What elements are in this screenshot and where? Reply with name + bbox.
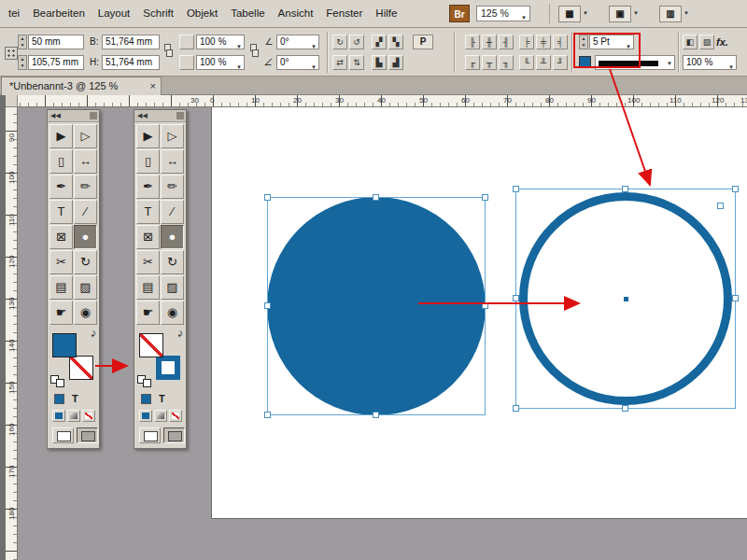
formatting-affects-container-icon[interactable] [54,394,64,404]
selection-handle[interactable] [482,194,488,201]
normal-view-button[interactable] [52,427,74,443]
gap-tool-icon[interactable]: ↔ [161,149,184,174]
align-vertical-centers-icon[interactable]: ╥ [482,55,497,70]
rotate-90-cw-icon[interactable]: ↻ [332,35,347,49]
x-position-stepper[interactable] [18,35,27,49]
fill-swatch[interactable] [52,333,77,357]
stroke-weight-select[interactable]: 5 Pt [589,35,634,49]
stroke-weight-stepper[interactable] [579,35,588,49]
swap-fill-stroke-icon[interactable] [88,330,97,338]
selection-tool-icon[interactable]: ▶ [49,124,73,148]
selection-handle[interactable] [513,405,519,412]
selection-handle[interactable] [732,295,739,301]
stroke-style-select[interactable] [595,55,675,70]
flip-horizontal-icon[interactable]: ⇄ [332,55,347,70]
free-transform-tool-icon[interactable]: ↻ [161,250,184,274]
menu-item-tabelle[interactable]: Tabelle [224,0,271,27]
zoom-tool-icon[interactable]: ◉ [161,301,184,325]
page-tool-icon[interactable]: ▯ [136,149,160,174]
reference-point-proxy[interactable] [5,47,18,60]
selection-tool-icon[interactable]: ▶ [136,124,160,148]
menu-item-hilfe[interactable]: Hilfe [369,0,403,27]
pen-tool-icon[interactable]: ✒ [49,175,73,199]
select-container-icon[interactable]: ▙ [372,55,387,70]
document-tab[interactable]: *Unbenannt-3 @ 125 % × [1,77,162,95]
screen-mode-icon[interactable]: ▣ [609,6,639,22]
constrain-scale-link-icon[interactable] [250,44,259,61]
constrain-dimensions-link-icon[interactable] [164,44,173,61]
hand-tool-icon[interactable]: ☛ [136,301,160,325]
default-fill-stroke-icon[interactable] [137,375,151,387]
menu-item-fenster[interactable]: Fenster [319,0,369,27]
distribute-top-icon[interactable]: ╙ [519,55,534,70]
swap-fill-stroke-icon[interactable] [175,330,184,338]
flip-vertical-icon[interactable]: ⇅ [349,55,364,70]
gradient-feather-tool-icon[interactable]: ▨ [161,275,184,300]
panel-close-icon[interactable] [176,112,184,119]
apply-color-button[interactable] [139,410,152,422]
gradient-tool-icon[interactable]: ▤ [136,275,160,300]
story-direction-button[interactable]: P [413,35,433,49]
ruler-corner[interactable] [6,95,18,107]
menu-item-datei[interactable]: tei [2,0,26,27]
select-content-icon[interactable]: ▟ [388,55,403,70]
palette-header[interactable]: ◀◀ [48,110,99,122]
selection-handle[interactable] [732,186,739,192]
hand-tool-icon[interactable]: ☛ [49,301,73,325]
horizontal-ruler[interactable]: 30010203040506070809010011012013 [18,95,747,107]
selection-handle[interactable] [264,194,271,201]
panel-close-icon[interactable] [90,112,97,119]
scale-x-field[interactable]: 100 % [196,35,245,49]
selection-handle[interactable] [513,186,519,192]
fill-swatch[interactable] [139,333,163,357]
bridge-button[interactable]: Br [449,5,470,22]
menu-item-bearbeiten[interactable]: Bearbeiten [26,0,92,27]
rotation-angle-field[interactable]: 0° [276,35,319,49]
vertical-ruler[interactable]: 90100110120130140150160170180 [6,107,18,560]
shear-angle-field[interactable]: 0° [276,55,319,70]
line-tool-icon[interactable]: ∕ [74,200,97,224]
selection-handle[interactable] [513,295,519,301]
menu-item-ansicht[interactable]: Ansicht [272,0,320,27]
palette-header[interactable]: ◀◀ [134,110,186,122]
default-fill-stroke-icon[interactable] [50,375,64,387]
panel-layout-icon[interactable]: ▥ [659,6,689,22]
pencil-tool-icon[interactable]: ✏ [161,175,184,199]
normal-view-button[interactable] [139,427,161,443]
align-right-edges-icon[interactable]: ╢ [499,35,514,49]
selection-handle[interactable] [264,412,271,418]
distribute-center-icon[interactable]: ╪ [536,35,551,49]
type-tool-icon[interactable]: T [49,200,73,224]
gradient-tool-icon[interactable]: ▤ [49,275,73,300]
apply-none-button[interactable] [82,410,95,422]
transparency-icon[interactable]: ▨ [699,35,714,49]
menu-item-schrift[interactable]: Schrift [136,0,180,27]
apply-gradient-button[interactable] [154,410,167,422]
line-tool-icon[interactable]: ∕ [161,200,184,224]
x-position-field[interactable]: 50 mm [28,35,84,49]
selection-handle[interactable] [482,302,488,309]
apply-gradient-button[interactable] [67,410,80,422]
rectangle-frame-tool-icon[interactable]: ⊠ [49,225,73,249]
width-field[interactable]: 51,764 mm [102,35,160,49]
stroke-swatch[interactable] [69,356,93,380]
clear-transform-icon[interactable]: ▚ [388,35,403,49]
stroke-swatch[interactable] [156,356,180,380]
preview-view-button[interactable] [163,427,185,443]
formatting-affects-container-icon[interactable] [141,394,151,404]
scissors-tool-icon[interactable]: ✂ [136,250,160,274]
direct-selection-tool-icon[interactable]: ▷ [74,124,97,148]
workspace-switcher-icon[interactable]: ▦ [558,6,588,22]
menu-item-objekt[interactable]: Objekt [180,0,224,27]
y-position-stepper[interactable] [18,55,27,70]
ellipse-tool-icon[interactable]: ● [74,225,97,249]
direct-selection-tool-icon[interactable]: ▷ [161,124,184,148]
align-horizontal-centers-icon[interactable]: ╫ [482,35,497,49]
preview-view-button[interactable] [77,427,98,443]
scissors-tool-icon[interactable]: ✂ [49,250,73,274]
zoom-tool-icon[interactable]: ◉ [74,301,97,325]
height-field[interactable]: 51,764 mm [102,55,160,70]
formatting-affects-text-icon[interactable]: T [159,393,165,404]
align-bottom-edges-icon[interactable]: ╖ [499,55,514,70]
pencil-tool-icon[interactable]: ✏ [74,175,97,199]
